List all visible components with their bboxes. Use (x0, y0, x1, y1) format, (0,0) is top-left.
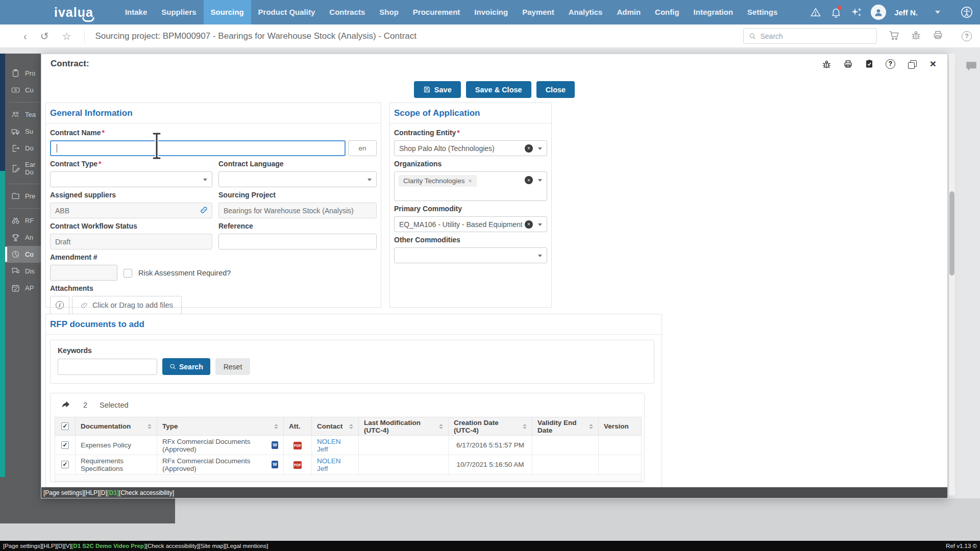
rfp-reset-button[interactable]: Reset (215, 358, 251, 375)
contract-name-input[interactable] (50, 140, 346, 156)
risk-assessment-checkbox[interactable] (124, 269, 132, 278)
primary-commodity-select[interactable]: EQ_MA106 - Utility - Based Equipment × (394, 216, 547, 232)
cart-icon[interactable] (888, 30, 899, 43)
contract-language-select[interactable] (218, 171, 377, 187)
nav-shop[interactable]: Shop (372, 0, 406, 24)
pdf-icon[interactable]: PDF (293, 442, 302, 449)
forward-arrow-icon[interactable] (61, 399, 71, 411)
attachments-info-button[interactable]: i (50, 296, 69, 314)
contact-link[interactable]: NOLEN Jeff (317, 438, 341, 453)
row-checkbox[interactable]: ✓ (61, 461, 69, 468)
column-header-last-modification[interactable]: Last Modification (UTC-4) (359, 417, 449, 436)
attachments-dropzone[interactable]: Click or Drag to add files (72, 296, 182, 314)
user-name[interactable]: Jeff N. (894, 8, 918, 17)
rfp-search-button[interactable]: Search (162, 358, 210, 375)
debug-bug-icon[interactable] (911, 30, 921, 42)
nav-sourcing[interactable]: Sourcing (204, 0, 251, 24)
bottom-links[interactable]: [Page settings][HLP][D][V] (3, 543, 71, 549)
user-avatar[interactable] (871, 5, 886, 20)
contract-type-select[interactable] (50, 171, 212, 187)
favorite-star-icon[interactable]: ☆ (62, 29, 71, 43)
bottom-links[interactable]: [Check accessibility][Site map][Legal me… (146, 543, 268, 549)
scrollbar-thumb[interactable] (949, 191, 954, 276)
nav-admin[interactable]: Admin (609, 0, 648, 24)
chat-bubble-icon[interactable] (964, 60, 979, 75)
nav-suppliers[interactable]: Suppliers (154, 0, 203, 24)
sort-icon[interactable] (523, 424, 527, 429)
clipboard-check-icon[interactable] (864, 59, 874, 69)
column-header-contact[interactable]: Contact (312, 417, 359, 436)
sort-icon[interactable] (349, 424, 353, 429)
nav-product-quality[interactable]: Product Quality (251, 0, 323, 24)
restore-window-icon[interactable] (906, 59, 917, 69)
sort-icon[interactable] (148, 424, 152, 429)
nav-integration[interactable]: Integration (687, 0, 741, 24)
column-header-validity-end-date[interactable]: Validity End Date (532, 417, 599, 436)
debug-bug-icon[interactable] (821, 59, 831, 69)
nav-procurement[interactable]: Procurement (406, 0, 468, 24)
footer-links[interactable]: [Page settings][HLP][D] (43, 489, 107, 496)
table-header-row: ✓ Documentation Type Att. Contact Last M… (55, 417, 642, 436)
clear-selection-icon[interactable]: × (525, 220, 533, 229)
help-icon[interactable]: ? (886, 59, 895, 69)
word-doc-icon[interactable]: W (272, 441, 278, 449)
contact-link[interactable]: NOLEN Jeff (317, 457, 341, 472)
footer-env-flag[interactable]: [D1] (107, 489, 119, 496)
chevron-down-icon (538, 147, 542, 150)
save-button[interactable]: Save (414, 81, 461, 98)
footer-links[interactable]: [Check accessibility] (119, 489, 174, 496)
phase-segment-gray (0, 477, 5, 523)
column-header-creation-date[interactable]: Creation Date (UTC-4) (449, 417, 532, 436)
column-header-documentation[interactable]: Documentation (76, 417, 157, 436)
nav-config[interactable]: Config (648, 0, 686, 24)
keywords-input[interactable] (58, 359, 157, 375)
link-icon[interactable] (200, 206, 208, 216)
sort-icon[interactable] (439, 424, 443, 429)
nav-intake[interactable]: Intake (118, 0, 154, 24)
accessibility-icon[interactable] (961, 6, 973, 18)
save-and-close-button[interactable]: Save & Close (466, 81, 531, 98)
toolbar-left-icons: ‹ ↺ ☆ (0, 29, 85, 43)
remove-tag-icon[interactable]: × (469, 178, 472, 185)
close-icon[interactable]: × (928, 59, 938, 69)
contracting-entity-field: Contracting Entity* Shop Palo Alto (Tech… (394, 129, 547, 156)
clear-selection-icon[interactable]: × (525, 144, 533, 153)
sort-icon[interactable] (589, 424, 593, 429)
row-checkbox[interactable]: ✓ (61, 441, 69, 449)
nav-settings[interactable]: Settings (740, 0, 785, 24)
print-icon[interactable] (933, 30, 943, 42)
organizations-multiselect[interactable]: Clarity Technologies× × (394, 171, 547, 201)
pdf-icon[interactable]: PDF (293, 461, 302, 469)
bottom-env-flag[interactable]: [D1 S2C Demo Video Prep] (71, 543, 146, 549)
select-all-checkbox[interactable]: ✓ (61, 422, 69, 430)
ivalua-logo[interactable]: ivalua (54, 5, 93, 20)
notifications-bell-icon[interactable] (830, 6, 842, 18)
sort-icon[interactable] (274, 424, 278, 429)
amendment-label: Amendment # (50, 253, 117, 263)
nav-analytics[interactable]: Analytics (561, 0, 610, 24)
language-suffix-box[interactable]: en (348, 140, 377, 156)
back-icon[interactable]: ‹ (23, 29, 27, 43)
vertical-scrollbar[interactable] (949, 54, 955, 495)
contracting-entity-select[interactable]: Shop Palo Alto (Technologies) × (394, 140, 547, 156)
reference-input[interactable] (218, 234, 377, 249)
history-icon[interactable]: ↺ (40, 29, 49, 43)
validity-end-date-cell (532, 436, 599, 455)
sidebar-item-label: Pre (25, 192, 35, 200)
ai-sparkles-icon[interactable] (850, 6, 863, 18)
print-icon[interactable] (843, 59, 853, 69)
column-header-type[interactable]: Type (157, 417, 284, 436)
user-menu-chevron-icon[interactable] (935, 11, 940, 14)
amendment-input[interactable] (50, 265, 117, 281)
other-commodities-select[interactable] (394, 247, 547, 263)
nav-invoicing[interactable]: Invoicing (467, 0, 515, 24)
nav-payment[interactable]: Payment (515, 0, 561, 24)
help-icon[interactable]: ? (962, 31, 972, 41)
nav-contracts[interactable]: Contracts (322, 0, 372, 24)
warning-icon[interactable] (810, 6, 822, 18)
word-doc-icon[interactable]: W (272, 461, 278, 468)
clear-selection-icon[interactable]: × (525, 176, 533, 184)
required-asterisk: * (102, 129, 105, 137)
close-button[interactable]: Close (536, 81, 575, 98)
search-input[interactable] (761, 32, 872, 40)
